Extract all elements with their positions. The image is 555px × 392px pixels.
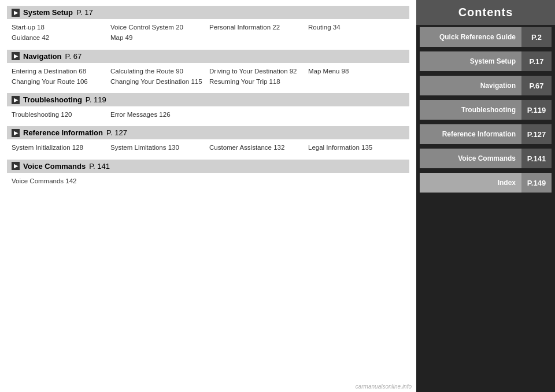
sidebar: Contents Quick Reference GuideP.2System … [416, 0, 555, 392]
sidebar-item-page: P.141 [521, 149, 552, 168]
section-item[interactable] [308, 77, 405, 87]
section-item[interactable] [209, 176, 306, 186]
section-item[interactable]: Changing Your Destination 115 [110, 77, 207, 87]
section-item[interactable]: System Initialization 128 [12, 143, 108, 153]
sidebar-item-label: Navigation [420, 82, 521, 90]
nav-icon-navigation: ▶ [12, 52, 20, 60]
nav-icon-system-setup: ▶ [12, 9, 20, 17]
section-item[interactable] [308, 33, 405, 43]
section-item[interactable]: Guidance 42 [12, 33, 108, 43]
section-item[interactable]: Resuming Your Trip 118 [209, 77, 306, 87]
sidebar-title: Contents [416, 0, 555, 25]
sidebar-item-quick-reference[interactable]: Quick Reference GuideP.2 [420, 27, 552, 47]
section-title-voice-commands: Voice Commands [23, 162, 86, 171]
nav-icon-reference-information: ▶ [12, 129, 20, 137]
section-navigation: ▶Navigation P. 67Entering a Destination … [7, 50, 409, 90]
section-items-navigation: Entering a Destination 68Calculating the… [7, 65, 409, 90]
sidebar-item-label: Reference Information [420, 130, 521, 138]
section-title-reference-information: Reference Information [23, 128, 103, 137]
section-item[interactable]: Troubleshooting 120 [12, 110, 108, 120]
nav-icon-voice-commands: ▶ [12, 162, 20, 170]
section-item[interactable]: Start-up 18 [12, 23, 108, 32]
section-page-voice-commands: P. 141 [89, 162, 110, 171]
section-item[interactable] [110, 176, 207, 186]
section-item[interactable]: Driving to Your Destination 92 [209, 66, 306, 76]
sidebar-item-label: Voice Commands [420, 154, 521, 162]
section-item[interactable]: Entering a Destination 68 [12, 66, 108, 76]
section-title-system-setup: System Setup [23, 8, 73, 17]
section-item[interactable]: Personal Information 22 [209, 23, 306, 32]
section-items-troubleshooting: Troubleshooting 120Error Messages 126 [7, 108, 409, 123]
main-content-wrapper: ▶System Setup P. 17Start-up 18Voice Cont… [0, 0, 416, 392]
sidebar-item-label: Index [420, 179, 521, 187]
section-system-setup: ▶System Setup P. 17Start-up 18Voice Cont… [7, 6, 409, 46]
section-items-voice-commands: Voice Commands 142 [7, 175, 409, 189]
sidebar-item-index[interactable]: IndexP.149 [420, 173, 552, 193]
main-content: ▶System Setup P. 17Start-up 18Voice Cont… [0, 0, 416, 198]
sidebar-item-voice-commands[interactable]: Voice CommandsP.141 [420, 149, 552, 168]
section-reference-information: ▶Reference Information P. 127System Init… [7, 126, 409, 156]
section-item[interactable] [209, 110, 306, 120]
section-item[interactable]: Voice Commands 142 [12, 176, 108, 186]
sidebar-item-navigation[interactable]: NavigationP.67 [420, 76, 552, 95]
sidebar-item-page: P.119 [521, 100, 552, 120]
section-page-navigation: P. 67 [65, 52, 82, 61]
sidebar-item-page: P.17 [521, 51, 552, 71]
section-items-system-setup: Start-up 18Voice Control System 20Person… [7, 21, 409, 46]
section-voice-commands: ▶Voice Commands P. 141Voice Commands 142 [7, 160, 409, 189]
sidebar-item-page: P.149 [521, 173, 552, 193]
section-item[interactable]: Changing Your Route 106 [12, 77, 108, 87]
sidebar-item-label: Troubleshooting [420, 106, 521, 114]
section-item[interactable]: Voice Control System 20 [110, 23, 207, 32]
section-title-navigation: Navigation [23, 52, 61, 61]
sidebar-item-troubleshooting[interactable]: TroubleshootingP.119 [420, 100, 552, 120]
section-item[interactable]: Calculating the Route 90 [110, 66, 207, 76]
section-item[interactable]: Map 49 [110, 33, 207, 43]
sidebar-item-page: P.2 [521, 27, 552, 47]
section-item[interactable] [308, 110, 405, 120]
sidebar-item-page: P.127 [521, 124, 552, 144]
sidebar-item-system-setup[interactable]: System SetupP.17 [420, 51, 552, 71]
section-header-voice-commands[interactable]: ▶Voice Commands P. 141 [7, 160, 409, 173]
sidebar-item-reference-information[interactable]: Reference InformationP.127 [420, 124, 552, 144]
section-items-reference-information: System Initialization 128System Limitati… [7, 141, 409, 156]
section-page-system-setup: P. 17 [76, 8, 93, 17]
section-page-troubleshooting: P. 119 [86, 95, 106, 104]
sidebar-item-page: P.67 [521, 76, 552, 95]
section-item[interactable]: Map Menu 98 [308, 66, 405, 76]
sidebar-item-label: System Setup [420, 57, 521, 65]
section-item[interactable]: Error Messages 126 [110, 110, 207, 120]
nav-icon-troubleshooting: ▶ [12, 96, 20, 104]
section-page-reference-information: P. 127 [106, 128, 127, 137]
section-item[interactable] [209, 33, 306, 43]
watermark: carmanualsonline.info [356, 383, 412, 390]
section-header-navigation[interactable]: ▶Navigation P. 67 [7, 50, 409, 63]
section-item[interactable]: Customer Assistance 132 [209, 143, 306, 153]
section-troubleshooting: ▶Troubleshooting P. 119Troubleshooting 1… [7, 93, 409, 123]
section-title-troubleshooting: Troubleshooting [23, 95, 82, 104]
section-header-reference-information[interactable]: ▶Reference Information P. 127 [7, 126, 409, 139]
sidebar-item-label: Quick Reference Guide [420, 33, 521, 41]
section-header-system-setup[interactable]: ▶System Setup P. 17 [7, 6, 409, 19]
section-item[interactable]: System Limitations 130 [110, 143, 207, 153]
section-item[interactable] [308, 176, 405, 186]
section-item[interactable]: Legal Information 135 [308, 143, 405, 153]
section-header-troubleshooting[interactable]: ▶Troubleshooting P. 119 [7, 93, 409, 106]
section-item[interactable]: Routing 34 [308, 23, 405, 32]
